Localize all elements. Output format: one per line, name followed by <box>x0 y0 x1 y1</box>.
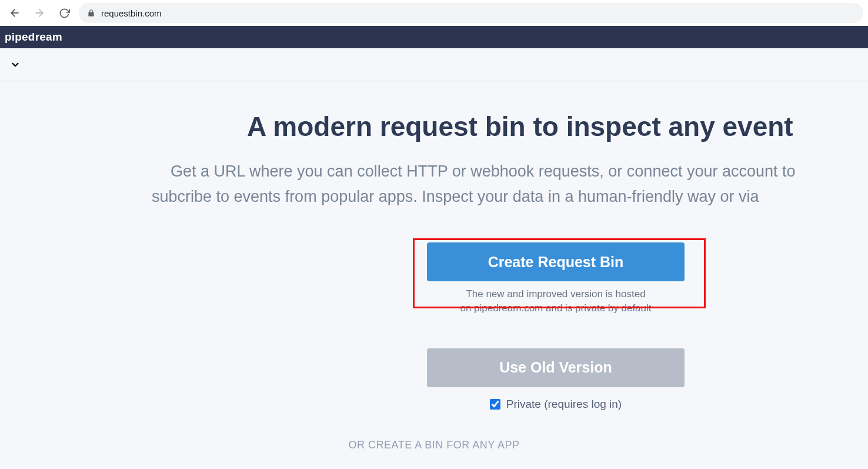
reload-button[interactable] <box>54 3 74 23</box>
private-checkbox-label: Private (requires log in) <box>506 398 622 411</box>
site-header: pipedream <box>0 26 868 48</box>
create-caption: The new and improved version is hosted o… <box>460 287 651 315</box>
divider-text: OR CREATE A BIN FOR ANY APP <box>349 439 520 451</box>
sub-header <box>0 48 868 81</box>
main-content: A modern request bin to inspect any even… <box>0 81 868 451</box>
address-bar[interactable]: requestbin.com <box>79 3 863 23</box>
forward-button[interactable] <box>29 3 49 23</box>
hero-subtitle-line1: Get a URL where you can collect HTTP or … <box>0 159 868 184</box>
back-button[interactable] <box>5 3 25 23</box>
hero-subtitle: Get a URL where you can collect HTTP or … <box>0 159 868 209</box>
create-request-bin-button[interactable]: Create Request Bin <box>427 242 685 281</box>
browser-toolbar: requestbin.com <box>0 0 868 26</box>
cta-section: Create Request Bin The new and improved … <box>0 242 868 451</box>
brand-logo-text[interactable]: pipedream <box>5 31 62 44</box>
lock-icon <box>87 9 95 17</box>
create-caption-line1: The new and improved version is hosted <box>460 287 651 301</box>
hero-subtitle-line2: subcribe to events from popular apps. In… <box>0 184 868 209</box>
url-text: requestbin.com <box>101 8 162 18</box>
divider-row: OR CREATE A BIN FOR ANY APP <box>244 439 625 451</box>
menu-toggle[interactable] <box>7 56 24 73</box>
private-checkbox-row[interactable]: Private (requires log in) <box>490 398 622 411</box>
create-caption-line2: on pipedream.com and is private by defau… <box>460 301 651 315</box>
use-old-version-button[interactable]: Use Old Version <box>427 348 685 387</box>
hero-title: A modern request bin to inspect any even… <box>0 111 868 142</box>
private-checkbox[interactable] <box>490 399 500 410</box>
